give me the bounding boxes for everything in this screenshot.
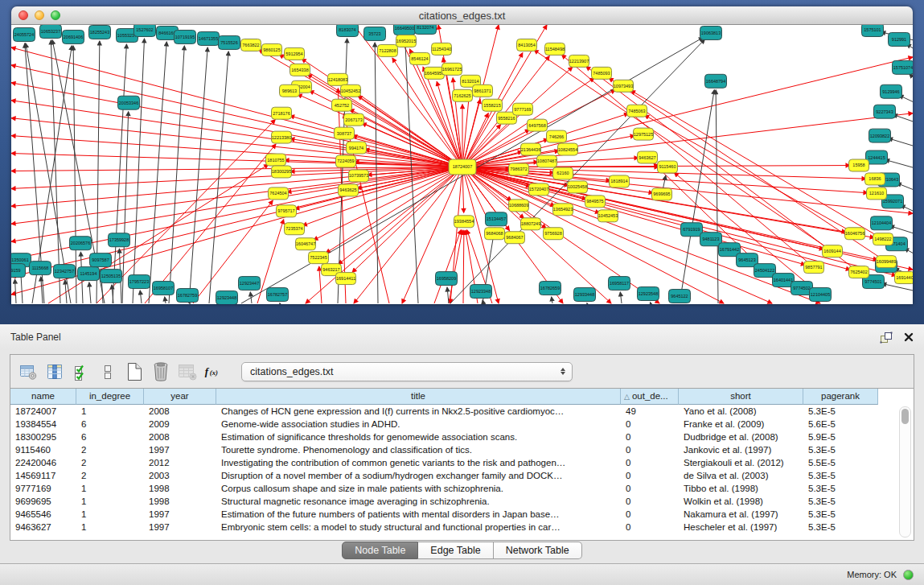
graph-node[interactable]: 16958107 <box>153 282 175 295</box>
column-header-out_de[interactable]: △out_de... <box>621 389 679 405</box>
table-cell[interactable]: 1997 <box>144 443 216 456</box>
graph-node[interactable]: 16914411 <box>336 273 356 285</box>
table-cell[interactable]: 2 <box>76 456 144 469</box>
graph-node[interactable]: 15958 <box>849 159 869 171</box>
graph-node[interactable]: 11254340 <box>432 43 452 55</box>
table-row[interactable]: 977716911998Corpus callosum shape and si… <box>10 482 914 495</box>
table-cell[interactable]: Tibbo et al. (1998) <box>679 482 803 495</box>
graph-node[interactable]: 16046756 <box>845 228 865 240</box>
table-cell[interactable]: 5.5E-5 <box>803 456 878 469</box>
table-cell[interactable]: 5.3E-5 <box>803 482 878 495</box>
table-cell[interactable]: 0 <box>621 418 679 431</box>
table-cell[interactable]: Dudbridge et al. (2008) <box>679 431 803 443</box>
table-cell[interactable]: 0 <box>621 456 679 469</box>
table-cell[interactable]: 5.9E-5 <box>803 431 878 443</box>
table-cell[interactable]: 5.3E-5 <box>803 469 878 482</box>
zoom-window-button[interactable] <box>51 10 60 20</box>
graph-node[interactable]: 10973493 <box>614 80 634 92</box>
table-cell[interactable]: 0 <box>621 521 679 534</box>
graph-node[interactable]: 12923348 <box>470 285 492 299</box>
table-cell[interactable]: 1 <box>76 482 144 495</box>
graph-node[interactable]: 5912954 <box>285 47 305 60</box>
graph-node[interactable]: 12923447 <box>239 277 261 290</box>
table-cell[interactable]: Estimation of significance thresholds fo… <box>216 431 621 443</box>
table-cell[interactable]: 5.3E-5 <box>803 405 878 418</box>
table-cell[interactable]: 0 <box>621 495 679 508</box>
table-cell[interactable]: Tourette syndrome. Phenomenology and cla… <box>216 443 621 456</box>
column-header-pagerank[interactable]: pagerank <box>803 389 878 405</box>
table-cell[interactable]: Nakamura et al. (1997) <box>679 508 803 521</box>
table-cell[interactable]: 2008 <box>144 431 216 443</box>
network-graph-svg[interactable]: 1872400724055724106532372069140618255243… <box>11 25 913 304</box>
select-all-rows-icon[interactable] <box>71 361 92 382</box>
graph-node[interactable]: 912991 <box>889 32 910 46</box>
graph-node[interactable]: 1654338 <box>290 64 310 76</box>
table-cell[interactable]: Estimation of the future numbers of pati… <box>216 508 621 521</box>
graph-node[interactable]: 7522345 <box>309 252 329 264</box>
graph-node[interactable]: 1527602 <box>134 25 156 36</box>
table-cell[interactable]: Wolkin et al. (1998) <box>679 495 803 508</box>
graph-node[interactable]: 10452452 <box>341 84 361 97</box>
graph-node[interactable]: 12093822 <box>869 129 891 142</box>
graph-node[interactable]: 16648794 <box>705 74 727 88</box>
table-mode-icon[interactable] <box>97 361 118 382</box>
table-cell[interactable]: 2012 <box>144 456 216 469</box>
graph-node[interactable]: 16958117 <box>609 277 630 290</box>
graph-node[interactable]: 16836 <box>865 173 885 185</box>
table-cell[interactable]: 2 <box>76 443 144 456</box>
graph-node[interactable]: 16649500 <box>394 25 416 35</box>
graph-node[interactable]: 12505135 <box>101 270 122 283</box>
table-cell[interactable]: Disruption of a novel member of a sodium… <box>216 469 621 482</box>
graph-node[interactable]: 17957223 <box>129 275 150 289</box>
graph-node[interactable]: 452752 <box>332 99 352 111</box>
scrollbar-thumb[interactable] <box>901 409 909 424</box>
graph-node[interactable]: 1498222 <box>873 233 893 245</box>
graph-node[interactable]: 1115668 <box>30 262 51 275</box>
graph-node[interactable]: 15720407 <box>529 183 549 196</box>
function-builder-icon[interactable]: f (x) <box>203 361 224 382</box>
table-cell[interactable]: 0 <box>621 443 679 456</box>
column-header-in_degree[interactable]: in_degree <box>76 389 144 405</box>
close-window-button[interactable] <box>18 10 28 20</box>
table-cell[interactable]: Structural magnetic resonance image aver… <box>216 495 621 508</box>
memory-ok-indicator[interactable] <box>903 570 914 580</box>
table-row[interactable]: 1830029562008Estimation of significance … <box>10 431 914 443</box>
table-cell[interactable]: 5.3E-5 <box>803 495 878 508</box>
graph-node[interactable]: 2067173 <box>344 113 364 126</box>
graph-node[interactable]: 7485093 <box>592 67 612 79</box>
column-header-year[interactable]: year <box>144 389 216 405</box>
graph-node[interactable]: 62160 <box>553 167 573 179</box>
graph-node[interactable]: 12213907 <box>569 55 589 67</box>
graph-node[interactable]: 9860125 <box>262 43 282 56</box>
table-cell[interactable]: Embryonic stem cells: a model to study s… <box>216 521 621 534</box>
table-row[interactable]: 1938455462009Genome-wide association stu… <box>10 418 914 431</box>
graph-node[interactable]: 39159 <box>11 264 26 278</box>
table-row[interactable]: 1456911722003Disruption of a novel membe… <box>10 469 914 482</box>
graph-node[interactable]: 12342757 <box>54 265 76 278</box>
graph-node[interactable]: 8132074 <box>415 25 437 34</box>
table-cell[interactable]: Investigating the contribution of common… <box>216 456 621 469</box>
graph-node[interactable]: 9795717 <box>277 205 297 217</box>
graph-node[interactable]: 6791919 <box>681 223 703 237</box>
table-cell[interactable]: 9777169 <box>10 482 76 495</box>
graph-node[interactable]: 1575101 <box>862 25 884 36</box>
table-cell[interactable]: 0 <box>621 482 679 495</box>
graph-node[interactable]: 16782759 <box>177 289 199 303</box>
graph-node[interactable]: 1810755 <box>266 154 286 166</box>
graph-node[interactable]: 9857791 <box>804 262 824 274</box>
graph-node[interactable]: 20206576 <box>70 237 92 250</box>
graph-node[interactable]: 121610 <box>867 187 887 200</box>
graph-node[interactable]: 9861371 <box>473 84 493 97</box>
table-cell[interactable]: 1 <box>76 521 144 534</box>
graph-node[interactable]: 20053346 <box>118 96 140 109</box>
graph-node[interactable]: 2718176 <box>272 107 292 119</box>
table-row[interactable]: 911546021997Tourette syndrome. Phenomeno… <box>10 443 914 456</box>
graph-node[interactable]: 15751074 <box>893 60 914 74</box>
graph-node[interactable]: 994174 <box>347 142 367 154</box>
tab-node-table[interactable]: Node Table <box>342 542 418 559</box>
graph-node[interactable]: 17359928 <box>109 233 130 247</box>
table-cell[interactable]: Changes of HCN gene expression and I(f) … <box>216 405 621 418</box>
table-cell[interactable]: 6 <box>76 431 144 443</box>
table-cell[interactable]: Jankovic et al. (1997) <box>679 443 803 456</box>
table-cell[interactable]: 18724007 <box>10 405 76 418</box>
